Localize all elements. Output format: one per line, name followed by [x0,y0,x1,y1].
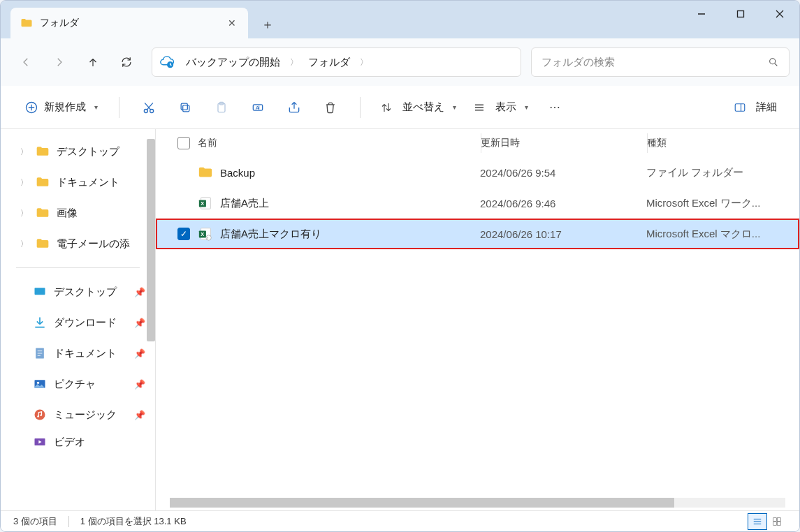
close-tab-icon[interactable]: ✕ [226,17,238,29]
select-all-checkbox[interactable] [170,137,198,149]
new-tab-button[interactable]: ＋ [254,10,282,38]
column-headers: ⌃ 名前 更新日時 種類 [156,129,799,157]
toolbar: 新規作成 ▾ A 並べ替え ▾ 表示 ▾ ⋯ 詳細 [1,86,799,129]
column-separator[interactable] [647,133,648,153]
quick-access-label: ピクチャ [54,378,96,391]
file-name: Backup [220,167,480,179]
row-checkbox[interactable]: ✓ [170,228,198,240]
quick-access-label: ミュージック [54,408,117,422]
document-icon [33,346,47,360]
svg-text:A: A [256,104,259,110]
column-separator[interactable] [481,133,481,153]
quick-access-label: ドキュメント [54,347,117,360]
search-icon [768,57,779,68]
folder-icon [20,17,33,29]
folder-icon [36,206,50,220]
column-type[interactable]: 種類 [647,137,799,149]
quick-access-pictures[interactable]: ピクチャ 📌 [1,369,155,399]
minimize-button[interactable] [682,1,721,27]
breadcrumb-segment[interactable]: フォルダ [304,56,354,69]
status-selection: 1 個の項目を選択 13.1 KB [80,515,187,528]
chevron-right-icon[interactable]: 〉 [20,239,29,249]
svg-point-32 [37,382,39,384]
sort-label: 並べ替え [402,101,444,114]
svg-rect-24 [735,103,745,111]
file-pane: ⌃ 名前 更新日時 種類 Backup 2024/06/26 9:54 ファイル… [156,129,799,510]
close-window-button[interactable] [760,1,799,27]
view-icon [473,101,486,114]
quick-access-music[interactable]: ミュージック 📌 [1,399,155,430]
up-button[interactable] [78,47,108,77]
sidebar-item-desktop[interactable]: 〉 デスクトップ [1,136,155,167]
sort-button[interactable]: 並べ替え ▾ [374,96,462,118]
more-button[interactable]: ⋯ [539,92,570,123]
chevron-right-icon[interactable]: 〉 [20,147,29,157]
file-row[interactable]: ✓ X! 店舗A売上マクロ有り 2024/06/26 10:17 Microso… [156,219,799,249]
chevron-right-icon[interactable]: 〉 [20,177,29,188]
view-toggle [748,513,787,530]
svg-point-33 [35,410,45,420]
search-input[interactable]: フォルダの検索 [531,47,790,77]
details-pane-icon [734,101,746,114]
svg-text:X: X [201,231,204,237]
folder-icon [198,165,213,180]
horizontal-scrollbar[interactable] [170,498,785,508]
file-date: 2024/06/26 9:46 [480,198,646,209]
quick-access-desktop[interactable]: デスクトップ 📌 [1,276,155,307]
svg-text:X: X [201,200,204,207]
share-button[interactable] [279,92,310,123]
chevron-down-icon: ▾ [94,103,98,111]
sidebar-item-documents[interactable]: 〉 ドキュメント [1,167,155,198]
back-button[interactable] [10,47,41,77]
refresh-button[interactable] [111,47,142,77]
window-controls [682,1,799,27]
folder-icon [36,237,50,251]
status-bar: 3 個の項目 1 個の項目を選択 13.1 KB [1,510,799,531]
thumbnails-view-button[interactable] [767,513,787,530]
file-row[interactable]: X 店舗A売上 2024/06/26 9:46 Microsoft Excel … [156,188,799,219]
details-view-button[interactable] [748,513,767,530]
copy-button[interactable] [170,92,201,123]
svg-point-35 [40,415,42,417]
pin-icon: 📌 [134,410,145,420]
new-button[interactable]: 新規作成 ▾ [17,96,105,119]
view-button[interactable]: 表示 ▾ [467,96,534,118]
chevron-right-icon[interactable]: 〉 [20,208,29,219]
separator [360,97,361,118]
quick-access-label: ダウンロード [54,316,117,330]
excel-icon: X [198,195,213,211]
breadcrumb-segment[interactable]: バックアップの開始 [182,56,284,69]
sidebar-item-pictures[interactable]: 〉 画像 [1,198,155,228]
scrollbar-thumb[interactable] [170,498,674,508]
svg-rect-1 [738,11,744,17]
view-label: 表示 [495,101,516,114]
sidebar-scrollbar[interactable] [147,139,155,341]
pictures-icon [33,377,47,391]
quick-access-videos[interactable]: ビデオ [1,430,155,454]
file-row[interactable]: Backup 2024/06/26 9:54 ファイル フォルダー [156,157,799,188]
column-date[interactable]: 更新日時 [481,137,647,149]
nav-bar: バックアップの開始 〉 フォルダ 〉 フォルダの検索 [1,38,799,86]
quick-access-downloads[interactable]: ダウンロード 📌 [1,307,155,338]
paste-button[interactable] [206,92,237,123]
chevron-down-icon: ▾ [525,103,528,111]
tab-current[interactable]: フォルダ ✕ [10,8,248,38]
details-pane-button[interactable]: 詳細 [728,96,783,118]
sidebar-item-email[interactable]: 〉 電子メールの添 [1,228,155,259]
pin-icon: 📌 [134,318,145,328]
sort-indicator-icon: ⌃ [324,129,330,131]
column-name[interactable]: 名前 [198,137,481,149]
breadcrumb[interactable]: バックアップの開始 〉 フォルダ 〉 [152,47,521,77]
cut-button[interactable] [133,92,164,123]
delete-button[interactable] [315,92,346,123]
forward-button[interactable] [44,47,75,77]
rename-button[interactable]: A [242,92,273,123]
svg-line-6 [775,64,777,66]
excel-macro-icon: X! [198,226,213,242]
file-date: 2024/06/26 9:54 [480,167,646,179]
file-type: Microsoft Excel マクロ... [646,228,799,241]
maximize-button[interactable] [721,1,760,27]
sidebar: 〉 デスクトップ 〉 ドキュメント 〉 画像 〉 電子メールの添 デスクトップ … [1,129,156,510]
chevron-right-icon: 〉 [284,57,304,68]
quick-access-documents[interactable]: ドキュメント 📌 [1,338,155,369]
